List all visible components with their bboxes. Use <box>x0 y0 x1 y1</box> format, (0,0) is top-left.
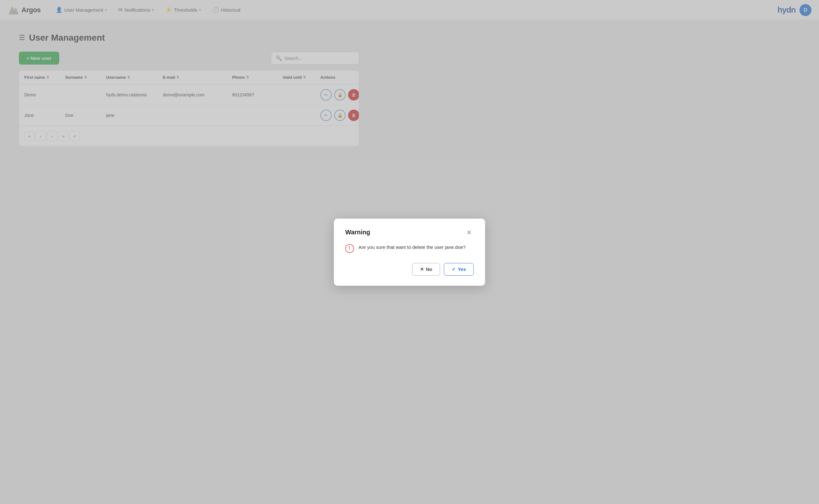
modal-yes-button[interactable]: ✓ Yes <box>444 263 474 276</box>
modal-overlay: Warning ✕ ! Are you sure that want to de… <box>0 0 819 504</box>
no-label: No <box>426 266 432 272</box>
modal-body: ! Are you sure that want to delete the u… <box>345 244 474 253</box>
modal-header: Warning ✕ <box>345 229 474 236</box>
modal-message: Are you sure that want to delete the use… <box>358 244 466 251</box>
yes-label: Yes <box>458 266 466 272</box>
modal-actions: ✕ No ✓ Yes <box>345 263 474 276</box>
x-icon: ✕ <box>420 266 424 272</box>
modal-close-button[interactable]: ✕ <box>465 229 474 236</box>
modal-no-button[interactable]: ✕ No <box>412 263 440 276</box>
warning-exclamation-icon: ! <box>345 244 354 253</box>
modal-title: Warning <box>345 229 370 236</box>
check-icon: ✓ <box>452 266 456 272</box>
warning-modal: Warning ✕ ! Are you sure that want to de… <box>334 219 485 286</box>
